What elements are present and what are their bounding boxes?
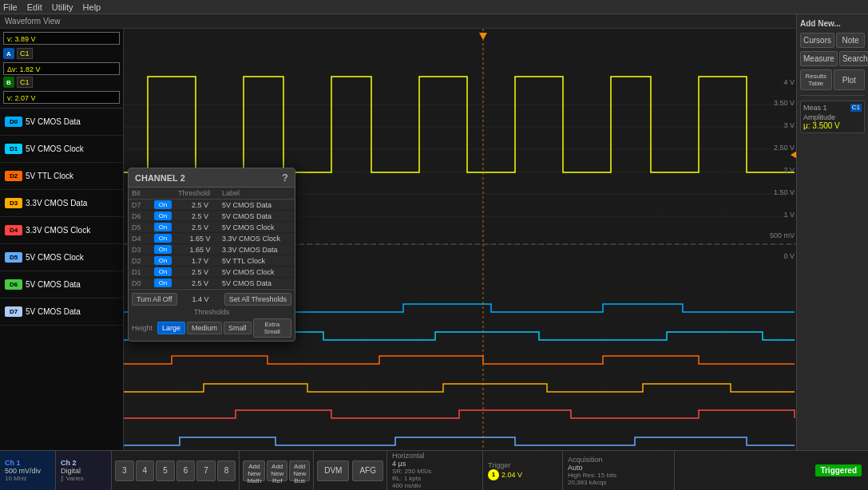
add-bus-btn[interactable]: AddNewBus	[289, 460, 310, 481]
horizontal-section[interactable]: Horizontal 4 μs SR: 250 MS/s RL: 1 kpts …	[387, 451, 483, 490]
trigger-section[interactable]: Trigger 1 2.04 V	[483, 451, 563, 490]
ch-label-d0[interactable]: D0 5V CMOS Data	[0, 109, 123, 136]
height-small-btn[interactable]: Small	[224, 322, 252, 334]
dialog-row-d5: D5 On 2.5 V 5V CMOS Clock	[129, 222, 295, 233]
y-label-500mv: 500 mV	[770, 231, 795, 239]
col-bit: Bit	[132, 189, 154, 197]
ch-label-d4[interactable]: D4 3.3V CMOS Clock	[0, 217, 123, 244]
y-label-1v: 1 V	[783, 211, 795, 219]
waveform-title: Waveform View	[0, 14, 796, 29]
tab-8[interactable]: 8	[217, 460, 236, 481]
dialog-footer-buttons: Turn All Off 1.4 V Set All Thresholds	[132, 293, 291, 306]
ch2-status[interactable]: Ch 2 Digital ∫: Varies	[56, 451, 112, 490]
col-label: Label	[222, 189, 291, 197]
status-bar: Ch 1 500 mV/div 10 MHz Ch 2 Digital ∫: V…	[0, 450, 868, 490]
ch2-rows-container: D7 On 2.5 V 5V CMOS Data D6 On 2.5 V 5V …	[129, 200, 295, 289]
ch2-title: CHANNEL 2	[135, 173, 185, 183]
measure-button[interactable]: Measure	[800, 51, 838, 66]
add-math-btn[interactable]: AddNewMath	[243, 460, 265, 481]
dialog-row-d2: D2 On 1.7 V 5V TTL Clock	[129, 255, 295, 267]
digital-labels-panel: v: 3.89 V A C1 Δv: 1.82 V B C1 v: 2.07 V	[0, 29, 124, 490]
on-btn-d1[interactable]: On	[154, 267, 172, 276]
channel2-dialog: CHANNEL 2 ? Bit Threshold Label D7 On 2.…	[128, 168, 295, 342]
on-btn-d2[interactable]: On	[154, 256, 172, 265]
on-btn-d4[interactable]: On	[154, 234, 172, 243]
ch-label-d5[interactable]: D5 5V CMOS Clock	[0, 244, 123, 271]
ch2-help-icon[interactable]: ?	[282, 172, 288, 184]
ch1-status-label: Ch 1	[5, 459, 50, 467]
afg-btn[interactable]: AFG	[352, 460, 383, 481]
ch1-voltage-label: v: 3.89 V	[7, 35, 36, 43]
on-btn-d3[interactable]: On	[154, 245, 172, 254]
tab-4[interactable]: 4	[136, 460, 155, 481]
add-buttons-group: AddNewMath AddNewRef AddNewBus	[240, 451, 314, 490]
on-btn-d0[interactable]: On	[154, 279, 172, 287]
ch1-status[interactable]: Ch 1 500 mV/div 10 MHz	[0, 451, 56, 490]
y-label-0v: 0 V	[783, 252, 795, 260]
meas1-box: Meas 1 C1 Amplitude μ: 3.500 V	[800, 101, 865, 133]
menu-edit[interactable]: Edit	[27, 2, 42, 12]
search-button[interactable]: Search	[839, 51, 868, 66]
plot-button[interactable]: Plot	[834, 69, 866, 90]
set-all-thresholds-button[interactable]: Set All Thresholds	[224, 293, 291, 306]
acquisition-highres: High Res: 15 bits	[568, 472, 669, 479]
menu-file[interactable]: File	[3, 2, 18, 12]
ch1-status-sub: 10 MHz	[5, 475, 50, 482]
dialog-row-d1: D1 On 2.5 V 5V CMOS Clock	[129, 267, 295, 278]
digital-label-scroll: D0 5V CMOS Data D1 5V CMOS Clock D2 5V T…	[0, 109, 123, 490]
ch2-status-sub: ∫: Varies	[61, 475, 106, 482]
ch-label-d2[interactable]: D2 5V TTL Clock	[0, 163, 123, 190]
tab-3[interactable]: 3	[115, 460, 134, 481]
horizontal-label: Horizontal	[392, 452, 478, 460]
horizontal-main: 4 μs	[392, 460, 478, 468]
on-btn-d7[interactable]: On	[154, 200, 172, 209]
ch-a-badge: A	[3, 48, 14, 59]
menu-utility[interactable]: Utility	[52, 2, 73, 12]
tab-buttons-group: 3 4 5 6 7 8	[112, 451, 240, 490]
dialog-row-d0: D0 On 2.5 V 5V CMOS Data	[129, 278, 295, 289]
tab-6[interactable]: 6	[176, 460, 196, 481]
ch1-status-value: 500 mV/div	[5, 467, 50, 475]
horizontal-ns: 400 ns/div	[392, 482, 478, 489]
ch-label-d3[interactable]: D3 3.3V CMOS Data	[0, 190, 123, 217]
y-label-3v: 3 V	[783, 121, 795, 129]
dvm-btn[interactable]: DVM	[317, 460, 349, 481]
add-ref-btn[interactable]: AddNewRef	[267, 460, 287, 481]
on-btn-d6[interactable]: On	[154, 211, 172, 220]
results-table-button[interactable]: Results Table	[800, 69, 832, 90]
ch2-dialog-header: CHANNEL 2 ?	[129, 168, 295, 188]
triggered-section: Triggered	[809, 451, 868, 490]
acquisition-section[interactable]: Acquisition Auto High Res: 15 bits 20,38…	[563, 451, 675, 490]
add-new-label: Add New...	[800, 18, 865, 30]
menu-help[interactable]: Help	[83, 2, 101, 12]
dialog-col-headers: Bit Threshold Label	[129, 188, 295, 200]
dialog-row-d6: D6 On 2.5 V 5V CMOS Data	[129, 211, 295, 222]
rp-separator	[800, 95, 865, 96]
turn-all-off-button[interactable]: Turn All Off	[132, 293, 177, 306]
ch1-delta-label: Δv: 1.82 V	[7, 65, 41, 73]
height-medium-btn[interactable]: Medium	[187, 322, 222, 334]
col-state	[154, 189, 178, 197]
tab-5[interactable]: 5	[156, 460, 175, 481]
ch1-b-label: v: 2.07 V	[7, 94, 36, 102]
ch-label-d7[interactable]: D7 5V CMOS Data	[0, 298, 123, 326]
thresholds-label: Thresholds	[132, 308, 291, 316]
triggered-badge: Triggered	[815, 464, 862, 476]
on-btn-d5[interactable]: On	[154, 223, 172, 231]
tab-7[interactable]: 7	[196, 460, 216, 481]
ch-label-d1[interactable]: D1 5V CMOS Clock	[0, 136, 123, 163]
ch2-status-label: Ch 2	[61, 459, 106, 467]
col-threshold: Threshold	[178, 189, 222, 197]
meas1-label: Meas 1	[803, 104, 827, 112]
dialog-row-d3: D3 On 1.65 V 3.3V CMOS Data	[129, 244, 295, 255]
ch-label-d6[interactable]: D6 5V CMOS Data	[0, 271, 123, 298]
meas1-value: μ: 3.500 V	[803, 121, 862, 130]
height-large-btn[interactable]: Large	[157, 322, 185, 334]
trigger-label: Trigger	[488, 461, 557, 469]
acquisition-mode: Auto	[568, 464, 669, 472]
height-xsmall-btn[interactable]: Extra Small	[253, 318, 291, 338]
analog-label-area: v: 3.89 V A C1 Δv: 1.82 V B C1 v: 2.07 V	[0, 29, 123, 109]
ch-b-badge: B	[3, 77, 14, 88]
note-button[interactable]: Note	[836, 33, 865, 48]
cursors-button[interactable]: Cursors	[800, 33, 834, 48]
